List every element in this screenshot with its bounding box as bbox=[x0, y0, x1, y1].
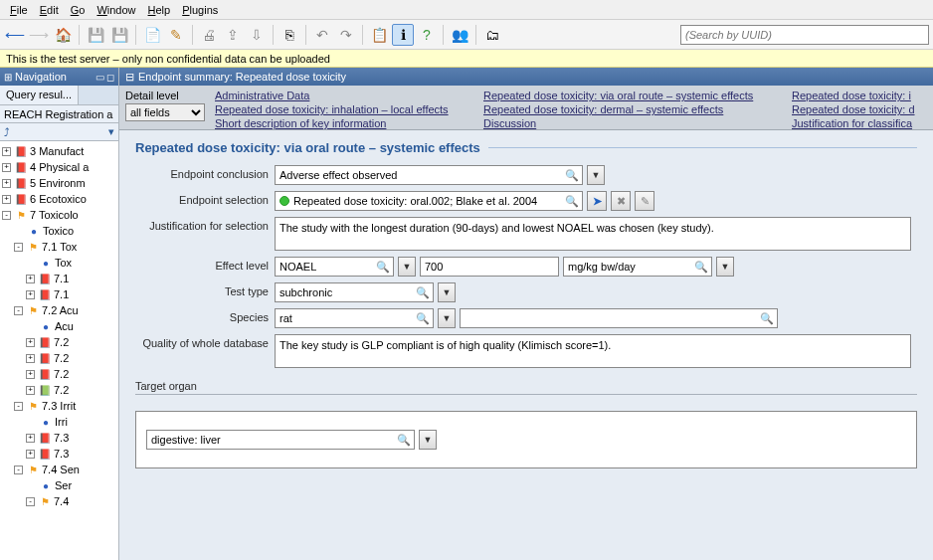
link-administrative-data[interactable]: Administrative Data bbox=[215, 90, 473, 101]
tree-node[interactable]: -⚑7 Toxicolo bbox=[2, 207, 118, 223]
endpoint-selection-field[interactable]: Repeated dose toxicity: oral.002; Blake … bbox=[275, 191, 583, 211]
expander-icon[interactable]: + bbox=[26, 386, 35, 395]
menu-help[interactable]: Help bbox=[142, 2, 177, 18]
expander-icon[interactable]: + bbox=[2, 179, 11, 188]
link-oral-systemic[interactable]: Repeated dose toxicity: via oral route –… bbox=[483, 90, 782, 101]
tree-node[interactable]: -⚑7.4 bbox=[2, 493, 118, 509]
tree-node[interactable]: +📕6 Ecotoxico bbox=[2, 191, 118, 207]
edit-link-button[interactable]: ✎ bbox=[635, 191, 654, 211]
link-inhalation-systemic-trunc[interactable]: Repeated dose toxicity: i bbox=[792, 90, 915, 101]
tree-node[interactable]: ●Toxico bbox=[2, 223, 118, 239]
tree-node[interactable]: +📕3 Manufact bbox=[2, 143, 118, 159]
tree-node[interactable]: -⚑7.3 Irrit bbox=[2, 398, 118, 414]
tree-node[interactable]: +📕7.2 bbox=[2, 350, 118, 366]
redo-button[interactable]: ↷ bbox=[335, 24, 357, 46]
link-dermal-trunc[interactable]: Repeated dose toxicity: d bbox=[792, 103, 915, 115]
expander-icon[interactable]: + bbox=[2, 195, 11, 204]
detail-level-select[interactable]: all fields bbox=[125, 103, 205, 121]
test-type-field[interactable]: subchronic🔍 bbox=[275, 282, 434, 302]
help-button[interactable]: ? bbox=[416, 24, 438, 46]
expander-icon[interactable]: - bbox=[14, 306, 23, 315]
expander-icon[interactable]: + bbox=[26, 290, 35, 299]
query-results-tab[interactable]: Query resul... bbox=[0, 86, 79, 104]
tree-node[interactable]: +📕7.3 bbox=[2, 446, 118, 462]
tree-node[interactable]: +📕5 Environm bbox=[2, 175, 118, 191]
tree-node[interactable]: +📕7.2 bbox=[2, 334, 118, 350]
endpoint-conclusion-field[interactable]: Adverse effect observed🔍 bbox=[275, 165, 583, 185]
tree-node[interactable]: +📕7.1 bbox=[2, 271, 118, 286]
nav-action-btn[interactable]: ⤴ bbox=[4, 126, 10, 138]
expander-icon[interactable]: + bbox=[2, 163, 11, 172]
tree-node[interactable]: -⚑7.2 Acu bbox=[2, 302, 118, 318]
effect-level-value-field[interactable]: 700 bbox=[420, 257, 559, 277]
expander-icon[interactable]: - bbox=[14, 402, 23, 411]
menu-go[interactable]: Go bbox=[65, 2, 92, 18]
species-extra-field[interactable]: 🔍 bbox=[460, 308, 778, 328]
back-button[interactable]: ⟵ bbox=[4, 24, 26, 46]
link-discussion[interactable]: Discussion bbox=[483, 117, 782, 129]
effect-level-type-field[interactable]: NOAEL🔍 bbox=[275, 257, 394, 277]
tree-node[interactable]: +📗7.2 bbox=[2, 382, 118, 398]
effect-level-unit-dropdown[interactable]: ▼ bbox=[716, 257, 734, 277]
tree-node[interactable]: ●Tox bbox=[2, 255, 118, 271]
species-field[interactable]: rat🔍 bbox=[275, 308, 434, 328]
go-to-record-button[interactable]: ➤ bbox=[587, 191, 607, 211]
home-button[interactable]: 🏠 bbox=[52, 24, 74, 46]
edit-button[interactable]: ✎ bbox=[165, 24, 187, 46]
effect-level-type-dropdown[interactable]: ▼ bbox=[398, 257, 416, 277]
validate-button[interactable]: 📋 bbox=[368, 24, 390, 46]
quality-field[interactable]: The key study is GLP compliant is of hig… bbox=[275, 334, 911, 368]
save-button[interactable]: 💾 bbox=[85, 24, 106, 46]
link-dermal-systemic[interactable]: Repeated dose toxicity: dermal – systemi… bbox=[483, 103, 782, 115]
menu-edit[interactable]: Edit bbox=[34, 2, 65, 18]
endpoint-conclusion-dropdown[interactable]: ▼ bbox=[587, 165, 605, 185]
delete-link-button[interactable]: ✖ bbox=[611, 191, 631, 211]
users-button[interactable]: 👥 bbox=[449, 24, 470, 46]
inventory-button[interactable]: 🗂 bbox=[481, 24, 503, 46]
menu-file[interactable]: File bbox=[4, 2, 34, 18]
test-type-dropdown[interactable]: ▼ bbox=[438, 282, 456, 302]
effect-level-unit-field[interactable]: mg/kg bw/day🔍 bbox=[563, 257, 712, 277]
expander-icon[interactable]: + bbox=[26, 338, 35, 347]
new-doc-button[interactable]: 📄 bbox=[141, 24, 163, 46]
tree-node[interactable]: ●Acu bbox=[2, 318, 118, 334]
nav-dropdown-btn[interactable]: ▾ bbox=[108, 125, 114, 138]
minimize-icon[interactable]: ▭ bbox=[95, 72, 104, 83]
expander-icon[interactable]: + bbox=[26, 434, 35, 443]
expander-icon[interactable]: + bbox=[26, 450, 35, 459]
navigation-tree[interactable]: +📕3 Manufact+📕4 Physical a+📕5 Environm+📕… bbox=[0, 141, 118, 560]
collapse-icon[interactable]: ◻ bbox=[106, 72, 114, 83]
target-organ-field[interactable]: digestive: liver🔍 bbox=[146, 430, 415, 450]
tree-node[interactable]: +📕7.3 bbox=[2, 430, 118, 446]
search-input[interactable] bbox=[680, 25, 929, 45]
expander-icon[interactable]: - bbox=[2, 211, 11, 220]
tree-node[interactable]: ●Irri bbox=[2, 414, 118, 430]
import-button[interactable]: ⇩ bbox=[246, 24, 268, 46]
tree-node[interactable]: +📕7.2 bbox=[2, 366, 118, 382]
link-inhalation-local[interactable]: Repeated dose toxicity: inhalation – loc… bbox=[215, 103, 473, 115]
tree-node[interactable]: ●Ser bbox=[2, 477, 118, 493]
export-button[interactable]: ⇪ bbox=[222, 24, 244, 46]
expander-icon[interactable]: - bbox=[14, 243, 23, 252]
tree-node[interactable]: -⚑7.1 Tox bbox=[2, 239, 118, 255]
species-dropdown[interactable]: ▼ bbox=[438, 308, 456, 328]
expander-icon[interactable]: + bbox=[26, 370, 35, 379]
print-button[interactable]: 🖨 bbox=[198, 24, 220, 46]
expander-icon[interactable]: + bbox=[2, 147, 11, 156]
tree-node[interactable]: +📕7.1 bbox=[2, 286, 118, 302]
tree-node[interactable]: -⚑7.4 Sen bbox=[2, 462, 118, 477]
expander-icon[interactable]: + bbox=[26, 275, 35, 283]
link-short-description[interactable]: Short description of key information bbox=[215, 117, 473, 129]
justification-field[interactable]: The study with the longest duration (90-… bbox=[275, 217, 911, 251]
undo-button[interactable]: ↶ bbox=[311, 24, 333, 46]
target-organ-dropdown[interactable]: ▼ bbox=[419, 430, 437, 450]
info-button[interactable]: ℹ bbox=[392, 24, 414, 46]
menu-window[interactable]: Window bbox=[91, 2, 141, 18]
expander-icon[interactable]: - bbox=[14, 466, 23, 474]
link-justification-class[interactable]: Justification for classifica bbox=[792, 117, 915, 129]
forward-button[interactable]: ⟶ bbox=[28, 24, 50, 46]
tree-node[interactable]: +📕4 Physical a bbox=[2, 159, 118, 175]
menu-plugins[interactable]: Plugins bbox=[176, 2, 224, 18]
save-all-button[interactable]: 💾 bbox=[108, 24, 130, 46]
expander-icon[interactable]: + bbox=[26, 354, 35, 363]
